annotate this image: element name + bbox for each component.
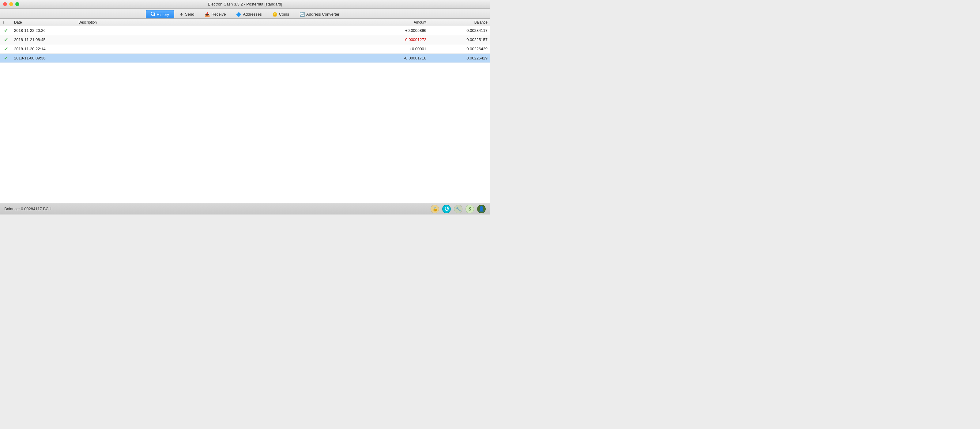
address-converter-tab-label: Address Converter [306,12,339,16]
maximize-button[interactable] [15,2,19,6]
receive-tab-label: Receive [211,12,226,16]
row-amount: +0.00001 [368,46,429,51]
row-balance: 0.00226429 [429,46,490,51]
row-date: 2018-11-20 22:14 [12,46,76,51]
tab-coins[interactable]: 🪙 Coins [267,10,294,18]
main-content: ↑ Date Description Amount Balance ✔ 2018… [0,19,490,203]
history-tab-label: History [157,12,169,17]
minimize-button[interactable] [9,2,13,6]
balance-column-header[interactable]: Balance [429,20,490,24]
row-amount: -0.00001718 [368,56,429,61]
tab-address-converter[interactable]: 🔄 Address Converter [294,10,344,18]
send-tab-label: Send [185,12,194,16]
table-header: ↑ Date Description Amount Balance [0,19,490,26]
tools-icon[interactable]: 🔧 [454,205,463,213]
date-header-label: Date [14,20,22,24]
close-button[interactable] [3,2,7,6]
row-balance: 0.00225429 [429,56,490,61]
tab-bar: 🖼 History ✈ Send 📥 Receive 🔷 Addresses 🪙… [0,9,490,19]
row-amount: -0.00001272 [368,37,429,42]
tab-send[interactable]: ✈ Send [175,10,199,18]
coins-tab-label: Coins [279,12,289,16]
row-amount: +0.0005896 [368,28,429,33]
tab-history[interactable]: 🖼 History [146,10,174,18]
receive-tab-icon: 📥 [205,12,210,17]
table-row[interactable]: ✔ 2018-11-22 20:26 +0.0005896 0.00284117 [0,26,490,35]
window-title: Electron Cash 3.3.2 - Posternut [standar… [208,2,282,6]
table-row[interactable]: ✔ 2018-11-21 08:45 -0.00001272 0.0022515… [0,35,490,45]
coins-tab-icon: 🪙 [272,12,277,17]
table-row[interactable]: ✔ 2018-11-20 22:14 +0.00001 0.00226429 [0,45,490,54]
date-column-header[interactable]: Date [12,20,76,24]
balance-status: Balance: 0.00284117 BCH [4,207,51,211]
status-icons-group: 🔒 ↺ 🔧 S 👤 [431,205,486,213]
send-tab-icon: ✈ [180,12,183,17]
addresses-tab-icon: 🔷 [236,12,241,17]
person-icon[interactable]: 👤 [477,205,486,213]
window-controls [3,2,19,6]
history-tab-icon: 🖼 [151,12,155,17]
balance-header-label: Balance [474,20,488,24]
transaction-table: ✔ 2018-11-22 20:26 +0.0005896 0.00284117… [0,26,490,203]
tab-addresses[interactable]: 🔷 Addresses [231,10,266,18]
row-status-icon: ✔ [0,46,12,52]
row-status-icon: ✔ [0,27,12,33]
row-date: 2018-11-22 20:26 [12,28,76,33]
dollar-icon[interactable]: S [466,205,474,213]
row-status-icon: ✔ [0,37,12,43]
row-date: 2018-11-08 09:36 [12,56,76,61]
table-row[interactable]: ✔ 2018-11-08 09:36 -0.00001718 0.0022542… [0,54,490,63]
sort-arrow-icon: ↑ [2,20,4,24]
addresses-tab-label: Addresses [243,12,261,16]
row-balance: 0.00284117 [429,28,490,33]
row-balance: 0.00225157 [429,37,490,42]
title-bar: Electron Cash 3.3.2 - Posternut [standar… [0,0,490,9]
sync-icon[interactable]: ↺ [442,205,451,213]
sort-column-header[interactable]: ↑ [0,20,12,24]
tab-receive[interactable]: 📥 Receive [200,10,231,18]
amount-column-header[interactable]: Amount [368,20,429,24]
description-header-label: Description [78,20,97,24]
status-bar: Balance: 0.00284117 BCH 🔒 ↺ 🔧 S 👤 [0,203,490,215]
amount-header-label: Amount [414,20,426,24]
address-converter-tab-icon: 🔄 [299,12,305,17]
row-status-icon: ✔ [0,55,12,61]
row-date: 2018-11-21 08:45 [12,37,76,42]
description-column-header[interactable]: Description [76,20,368,24]
lock-icon[interactable]: 🔒 [431,205,439,213]
